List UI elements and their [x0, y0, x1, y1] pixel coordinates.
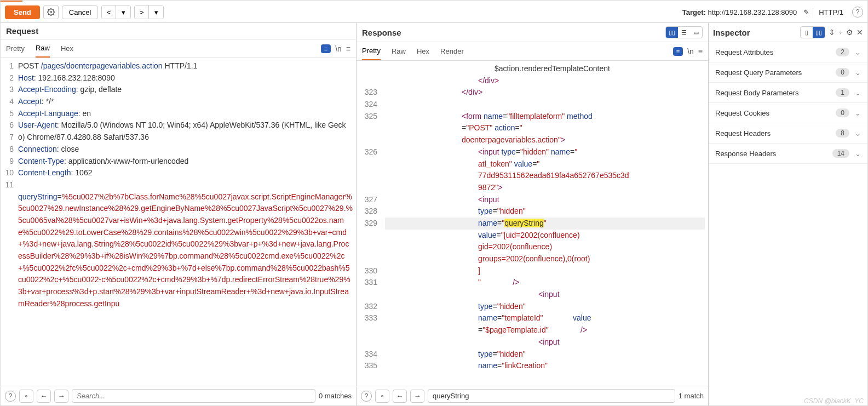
tab-resp-raw[interactable]: Raw: [392, 43, 406, 60]
tab-resp-render[interactable]: Render: [440, 43, 464, 60]
request-matches: 0 matches: [319, 392, 352, 400]
svg-point-2: [382, 395, 383, 397]
inspector-row[interactable]: Request Query Parameters0⌄: [709, 62, 867, 83]
response-body[interactable]: 323324325 326 327328329 330331 332333 33…: [357, 61, 708, 386]
response-title: Response: [362, 28, 665, 37]
layout-toggle[interactable]: ▯▯☰▭: [665, 26, 703, 38]
nav-fwd-dropdown[interactable]: ▾: [149, 5, 163, 19]
newline-icon[interactable]: \n: [335, 44, 342, 53]
inspector-row[interactable]: Response Headers14⌄: [709, 144, 867, 164]
http-version[interactable]: HTTP/1: [813, 8, 849, 16]
tab-resp-pretty[interactable]: Pretty: [362, 42, 381, 60]
menu-icon[interactable]: ≡: [346, 44, 350, 53]
nav-back-group: < ▾: [101, 5, 131, 19]
watermark: CSDN @blackK_YC: [804, 397, 864, 405]
nav-back-dropdown[interactable]: ▾: [116, 5, 130, 19]
inspector-row[interactable]: Request Headers8⌄: [709, 123, 867, 144]
help-icon[interactable]: ?: [852, 7, 863, 18]
insp-layout-toggle[interactable]: ▯▯▯: [800, 26, 825, 38]
response-panel: Response ▯▯☰▭ Pretty Raw Hex Render ≡ \n…: [357, 23, 709, 405]
tab-raw[interactable]: Raw: [36, 39, 50, 58]
req-help-icon[interactable]: ?: [5, 391, 16, 402]
nav-back-button[interactable]: <: [102, 5, 116, 19]
insp-settings-icon[interactable]: ⚙: [846, 28, 853, 37]
request-title: Request: [6, 26, 350, 36]
resp-settings-icon[interactable]: [375, 390, 389, 403]
cancel-button[interactable]: Cancel: [62, 5, 98, 19]
request-search-input[interactable]: [72, 389, 315, 403]
wrap-toggle[interactable]: ≡: [321, 44, 331, 53]
inspector-title: Inspector: [713, 28, 797, 37]
resp-newline-icon[interactable]: \n: [687, 47, 694, 56]
req-settings-icon[interactable]: [19, 390, 33, 403]
resp-menu-icon[interactable]: ≡: [698, 47, 703, 56]
send-button[interactable]: Send: [5, 5, 40, 19]
edit-target-icon[interactable]: ✎: [803, 8, 809, 16]
response-tabs: Pretty Raw Hex Render ≡ \n ≡: [357, 42, 708, 61]
resp-help-icon[interactable]: ?: [361, 391, 372, 402]
tab-resp-hex[interactable]: Hex: [417, 43, 429, 60]
req-prev-icon[interactable]: ←: [37, 390, 51, 403]
resp-prev-icon[interactable]: ←: [393, 390, 407, 403]
request-tabs: Pretty Raw Hex ≡ \n ≡: [1, 39, 356, 58]
response-search-input[interactable]: [428, 389, 675, 403]
inspector-panel: Inspector ▯▯▯ ⇕ ÷ ⚙ ✕ Request Attributes…: [709, 23, 867, 405]
insp-split-icon[interactable]: ÷: [838, 28, 843, 37]
tab-pretty[interactable]: Pretty: [6, 40, 25, 57]
request-body[interactable]: 1234567891011 POST /pages/doenterpagevar…: [1, 58, 356, 386]
resp-next-icon[interactable]: →: [410, 390, 424, 403]
insp-collapse-icon[interactable]: ⇕: [829, 28, 835, 37]
inspector-row[interactable]: Request Body Parameters1⌄: [709, 83, 867, 103]
inspector-row[interactable]: Request Cookies0⌄: [709, 103, 867, 123]
nav-fwd-group: > ▾: [134, 5, 164, 19]
svg-point-1: [26, 395, 27, 397]
nav-fwd-button[interactable]: >: [135, 5, 149, 19]
insp-close-icon[interactable]: ✕: [856, 28, 863, 37]
request-panel: Request Pretty Raw Hex ≡ \n ≡ 1234567891…: [1, 23, 357, 405]
req-next-icon[interactable]: →: [54, 390, 68, 403]
response-matches: 1 match: [679, 392, 704, 400]
settings-icon[interactable]: [43, 5, 59, 19]
resp-wrap-toggle[interactable]: ≡: [673, 47, 683, 56]
tab-hex[interactable]: Hex: [61, 40, 73, 57]
inspector-row[interactable]: Request Attributes2⌄: [709, 42, 867, 62]
target-display: Target: http://192.168.232.128:8090: [682, 8, 797, 16]
svg-point-0: [50, 11, 52, 13]
main-toolbar: Send Cancel < ▾ > ▾ Target: http://192.1…: [1, 2, 867, 23]
inspector-list: Request Attributes2⌄Request Query Parame…: [709, 42, 867, 405]
